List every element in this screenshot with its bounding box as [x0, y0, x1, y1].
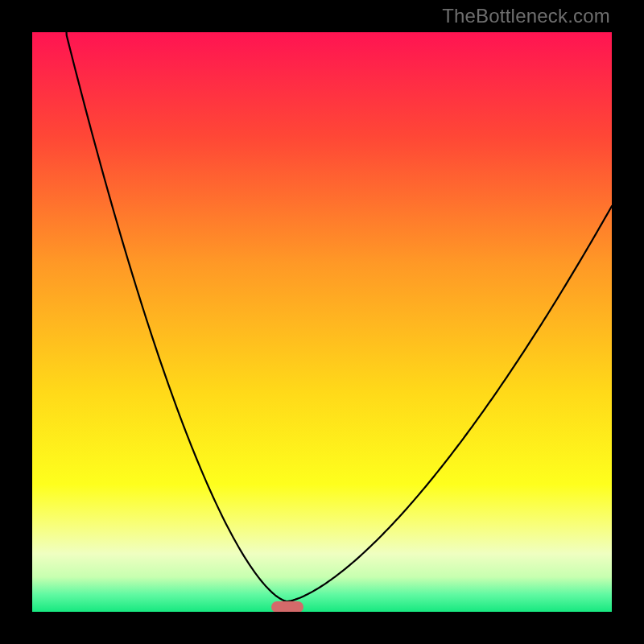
watermark-text: TheBottleneck.com: [442, 5, 610, 27]
bottleneck-curve: [32, 32, 612, 601]
chart-frame: TheBottleneck.com: [0, 0, 644, 644]
minimum-marker: [271, 601, 303, 612]
curve-layer: [32, 32, 612, 612]
plot-area: [32, 32, 612, 612]
